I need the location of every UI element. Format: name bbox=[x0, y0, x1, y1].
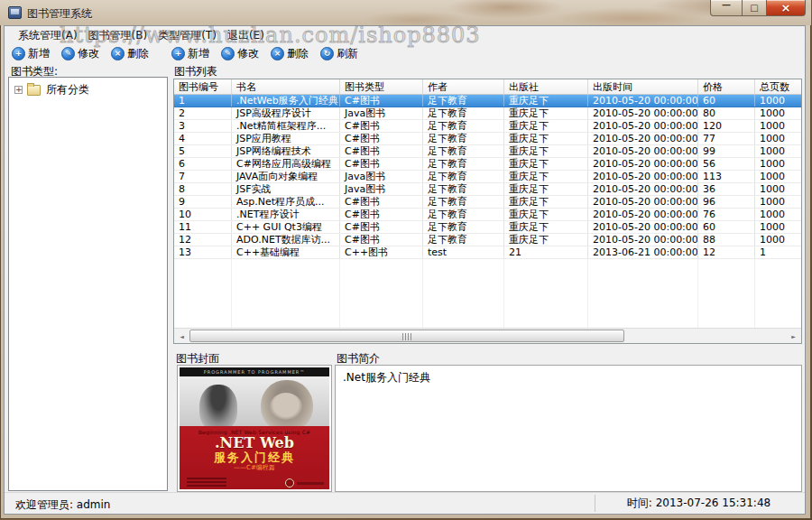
table-cell: C++ GUI Qt3编程 bbox=[232, 221, 340, 233]
grid-column-line bbox=[231, 259, 232, 329]
add-icon: + bbox=[12, 47, 25, 60]
table-body: 1.NetWeb服务入门经典C#图书足下教育重庆足下2010-05-20 00:… bbox=[174, 95, 801, 259]
table-row[interactable]: 7JAVA面向对象编程Java图书足下教育重庆足下2010-05-20 00:0… bbox=[174, 171, 801, 183]
table-cell: 重庆足下 bbox=[504, 196, 588, 208]
table-cell: 2010-05-20 00:00:00 bbox=[588, 133, 698, 144]
scroll-left-arrow[interactable]: ◄ bbox=[174, 329, 189, 343]
table-cell: 96 bbox=[698, 196, 755, 208]
table-row[interactable]: 8JSF实战Java图书足下教育重庆足下2010-05-20 00:00:003… bbox=[174, 183, 801, 196]
table-row[interactable]: 13C++基础编程C++图书test212013-06-21 00:00:001… bbox=[174, 246, 801, 259]
column-header[interactable]: 价格 bbox=[698, 79, 755, 94]
book-add-button[interactable]: + 新增 bbox=[170, 45, 211, 62]
table-cell: Asp.Net程序员成... bbox=[232, 196, 340, 208]
edit-icon: ✎ bbox=[61, 47, 75, 60]
column-header[interactable]: 出版时间 bbox=[588, 79, 698, 94]
column-header[interactable]: 总页数 bbox=[755, 79, 802, 94]
table-cell: 2010-05-20 00:00:00 bbox=[588, 171, 698, 182]
table-empty-area bbox=[174, 259, 801, 329]
table-cell: 2010-05-20 00:00:00 bbox=[588, 145, 698, 157]
table-cell: JAVA面向对象编程 bbox=[232, 171, 340, 182]
book-intro-text: .Net服务入门经典 bbox=[343, 370, 794, 385]
cover-author-lines bbox=[187, 476, 226, 487]
publisher-name-mark bbox=[297, 482, 324, 485]
table-cell: C#图书 bbox=[340, 145, 423, 157]
table-cell: 5 bbox=[174, 145, 232, 157]
table-row[interactable]: 4JSP应用教程C#图书足下教育重庆足下2010-05-20 00:00:007… bbox=[174, 133, 801, 145]
column-header[interactable]: 出版社 bbox=[504, 79, 588, 94]
table-cell: 1000 bbox=[755, 107, 802, 119]
table-cell: C++图书 bbox=[340, 246, 423, 258]
table-cell: 12 bbox=[698, 246, 755, 258]
cover-title-english: .NET Web bbox=[180, 435, 329, 450]
table-cell: 足下教育 bbox=[423, 120, 504, 132]
table-row[interactable]: 9Asp.Net程序员成...C#图书足下教育重庆足下2010-05-20 00… bbox=[174, 196, 801, 209]
table-cell: 2010-05-20 00:00:00 bbox=[588, 183, 698, 195]
minimize-button[interactable]: — bbox=[710, 0, 743, 16]
tree-node-label: 所有分类 bbox=[46, 82, 89, 98]
table-row[interactable]: 11C++ GUI Qt3编程C#图书足下教育重庆足下2010-05-20 00… bbox=[174, 221, 801, 234]
cover-red-area: Beginning .NET Web Services using C# .NE… bbox=[180, 426, 329, 489]
table-cell: 2010-05-20 00:00:00 bbox=[588, 196, 698, 208]
grid-column-line bbox=[587, 259, 588, 329]
table-row[interactable]: 5JSP网络编程技术C#图书足下教育重庆足下2010-05-20 00:00:0… bbox=[174, 145, 801, 158]
table-cell: 113 bbox=[698, 171, 755, 182]
table-row[interactable]: 12ADO.NET数据库访...C#图书足下教育重庆足下2010-05-20 0… bbox=[174, 234, 801, 246]
maximize-button[interactable]: □ bbox=[743, 0, 766, 16]
column-header[interactable]: 作者 bbox=[423, 79, 504, 94]
maximize-icon: □ bbox=[750, 3, 758, 13]
book-table: 图书编号书名图书类型作者出版社出版时间价格总页数 1.NetWeb服务入门经典C… bbox=[173, 79, 802, 344]
window-title: 图书管理系统 bbox=[27, 6, 92, 22]
table-cell: 60 bbox=[698, 95, 755, 107]
table-cell: JSF实战 bbox=[232, 183, 340, 195]
book-refresh-button[interactable]: ↻ 刷新 bbox=[318, 45, 360, 62]
book-edit-button[interactable]: ✎ 修改 bbox=[219, 45, 261, 62]
column-header[interactable]: 图书编号 bbox=[174, 79, 232, 94]
table-cell: 1000 bbox=[755, 145, 802, 157]
column-header[interactable]: 图书类型 bbox=[340, 79, 423, 94]
table-cell: 77 bbox=[698, 133, 755, 144]
table-row[interactable]: 1.NetWeb服务入门经典C#图书足下教育重庆足下2010-05-20 00:… bbox=[174, 95, 801, 107]
expand-icon[interactable]: + bbox=[14, 86, 23, 94]
table-cell: 重庆足下 bbox=[504, 209, 588, 220]
table-cell: 9 bbox=[174, 196, 232, 208]
table-row[interactable]: 6C#网络应用高级编程C#图书足下教育重庆足下2010-05-20 00:00:… bbox=[174, 158, 801, 171]
table-cell: 2010-05-20 00:00:00 bbox=[588, 107, 698, 119]
table-cell: 120 bbox=[698, 120, 755, 132]
table-cell: 1000 bbox=[755, 171, 802, 182]
scrollbar-thumb[interactable] bbox=[189, 330, 624, 342]
category-delete-button[interactable]: × 删除 bbox=[109, 45, 151, 62]
tree-node-all-categories[interactable]: + 所有分类 bbox=[9, 78, 167, 99]
category-add-button[interactable]: + 新增 bbox=[10, 45, 51, 62]
table-cell: C#图书 bbox=[340, 95, 423, 107]
table-cell: 重庆足下 bbox=[504, 95, 588, 107]
close-button[interactable]: × bbox=[766, 0, 806, 16]
table-cell: 1000 bbox=[755, 95, 802, 107]
column-header[interactable]: 书名 bbox=[232, 79, 340, 94]
scrollbar-grip bbox=[402, 333, 411, 340]
book-delete-button[interactable]: × 删除 bbox=[269, 45, 310, 62]
category-edit-button[interactable]: ✎ 修改 bbox=[60, 45, 101, 62]
table-cell: JSP高级程序设计 bbox=[232, 107, 340, 119]
table-cell: 重庆足下 bbox=[504, 133, 588, 144]
titlebar[interactable]: 图书管理系统 — □ × bbox=[0, 0, 811, 25]
menu-types[interactable]: 类型管理(T) bbox=[152, 26, 222, 45]
table-cell: 足下教育 bbox=[423, 158, 504, 170]
menu-exit[interactable]: 退出(E) bbox=[222, 26, 270, 45]
table-cell: 36 bbox=[698, 183, 755, 195]
table-cell: 2010-05-20 00:00:00 bbox=[588, 221, 698, 233]
table-row[interactable]: 10.NET程序设计C#图书足下教育重庆足下2010-05-20 00:00:0… bbox=[174, 209, 801, 221]
menu-system[interactable]: 系统管理(A) bbox=[13, 26, 83, 45]
scroll-right-arrow[interactable]: ► bbox=[786, 329, 801, 343]
table-cell: 足下教育 bbox=[423, 145, 504, 157]
table-cell: 重庆足下 bbox=[504, 120, 588, 132]
table-row[interactable]: 2JSP高级程序设计Java图书足下教育重庆足下2010-05-20 00:00… bbox=[174, 107, 801, 120]
table-cell: 足下教育 bbox=[423, 133, 504, 144]
delete-icon: × bbox=[111, 47, 125, 60]
toolbar: + 新增 ✎ 修改 × 删除 + 新增 bbox=[5, 44, 805, 63]
menu-books[interactable]: 图书管理(B) bbox=[83, 26, 153, 45]
client-area: 系统管理(A) 图书管理(B) 类型管理(T) 退出(E) + 新增 ✎ 修改 bbox=[4, 25, 806, 515]
table-cell: test bbox=[423, 246, 504, 258]
horizontal-scrollbar[interactable]: ◄ ► bbox=[174, 328, 801, 343]
table-row[interactable]: 3.Net精简框架程序...C#图书足下教育重庆足下2010-05-20 00:… bbox=[174, 120, 801, 133]
book-toolbar: + 新增 ✎ 修改 × 删除 ↻ 刷新 bbox=[170, 44, 368, 63]
